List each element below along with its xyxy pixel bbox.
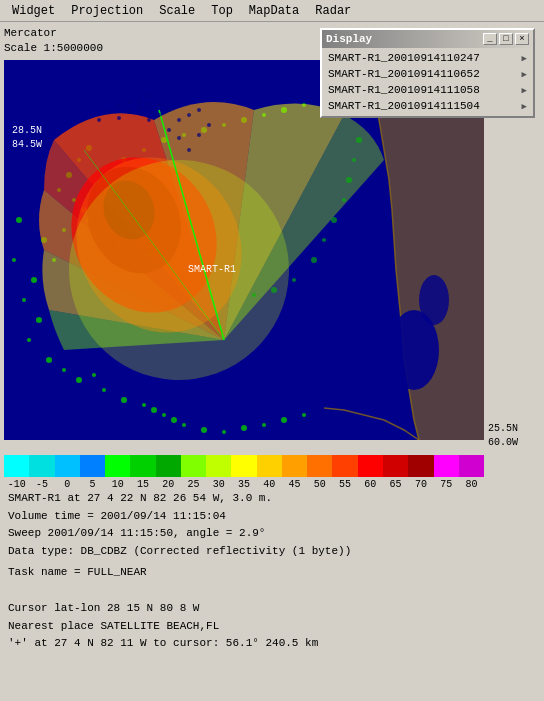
colorbar-label: 10	[105, 479, 130, 490]
svg-point-63	[207, 123, 211, 127]
colorbar-label: 75	[434, 479, 459, 490]
svg-point-75	[127, 110, 131, 114]
svg-point-72	[157, 103, 161, 107]
svg-point-79	[127, 100, 131, 104]
svg-point-25	[222, 430, 226, 434]
color-cell	[206, 455, 231, 477]
colorbar-label: 5	[80, 479, 105, 490]
svg-point-64	[177, 136, 181, 140]
colorbar-label: 35	[231, 479, 256, 490]
color-cell	[4, 455, 29, 477]
svg-point-77	[137, 100, 141, 104]
color-cell	[459, 455, 484, 477]
svg-point-48	[12, 258, 16, 262]
colorbar-labels: -10-505101520253035404550556065707580	[4, 479, 484, 490]
maximize-button[interactable]: □	[499, 33, 513, 45]
colorbar-label: 30	[206, 479, 231, 490]
svg-point-17	[102, 388, 106, 392]
colorbar-label: 45	[282, 479, 307, 490]
svg-point-86	[342, 198, 346, 202]
svg-point-27	[262, 423, 266, 427]
colorbar-label: 55	[332, 479, 357, 490]
svg-point-24	[201, 427, 207, 433]
svg-point-10	[22, 298, 26, 302]
display-panel-titlebar: Display _ □ ×	[322, 30, 533, 48]
colorbar-label: 70	[408, 479, 433, 490]
menu-widget[interactable]: Widget	[4, 2, 63, 20]
svg-point-15	[76, 377, 82, 383]
svg-point-14	[62, 368, 66, 372]
arrow-icon: ▶	[522, 69, 527, 80]
minimize-button[interactable]: _	[483, 33, 497, 45]
svg-point-20	[151, 407, 157, 413]
svg-point-13	[46, 357, 52, 363]
svg-point-74	[137, 106, 141, 110]
color-cell	[408, 455, 433, 477]
color-cell	[307, 455, 332, 477]
data-info: SMART-R1 at 27 4 22 N 82 26 54 W, 3.0 m.…	[8, 490, 351, 560]
cursor-nearest-place: Nearest place SATELLITE BEACH,FL	[8, 618, 318, 636]
colorbar-container: -10-505101520253035404550556065707580	[4, 455, 484, 490]
arrow-icon: ▶	[522, 85, 527, 96]
svg-point-91	[271, 287, 277, 293]
svg-point-73	[147, 103, 151, 107]
menu-top[interactable]: Top	[203, 2, 241, 20]
display-list-item[interactable]: SMART-R1_20010914110247▶	[324, 50, 531, 66]
arrow-icon: ▶	[522, 101, 527, 112]
color-cell	[80, 455, 105, 477]
close-button[interactable]: ×	[515, 33, 529, 45]
svg-point-90	[292, 278, 296, 282]
svg-point-84	[322, 238, 326, 242]
menu-projection[interactable]: Projection	[63, 2, 151, 20]
colorbar-label: 20	[156, 479, 181, 490]
colorbar	[4, 455, 484, 477]
colorbar-label: -10	[4, 479, 29, 490]
svg-point-88	[352, 158, 356, 162]
svg-point-80	[117, 104, 121, 108]
svg-point-67	[187, 113, 191, 117]
color-cell	[130, 455, 155, 477]
coord-topleft: 28.5N 84.5W	[12, 124, 42, 152]
menu-radar[interactable]: Radar	[307, 2, 359, 20]
color-cell	[358, 455, 383, 477]
display-panel-controls: _ □ ×	[483, 33, 529, 45]
svg-point-61	[187, 148, 191, 152]
scale-label: Scale 1:5000000	[4, 41, 103, 56]
svg-point-89	[356, 137, 362, 143]
display-list-item[interactable]: SMART-R1_20010914111058▶	[324, 82, 531, 98]
color-cell	[332, 455, 357, 477]
cursor-info: Cursor lat-lon 28 15 N 80 8 W Nearest pl…	[8, 600, 318, 653]
svg-point-71	[147, 118, 151, 122]
svg-point-16	[92, 373, 96, 377]
color-cell	[282, 455, 307, 477]
svg-point-12	[27, 338, 31, 342]
colorbar-label: 40	[257, 479, 282, 490]
svg-point-81	[107, 110, 111, 114]
map-info: Mercator Scale 1:5000000	[4, 26, 103, 57]
svg-point-21	[162, 413, 166, 417]
colorbar-label: 0	[55, 479, 80, 490]
menu-scale[interactable]: Scale	[151, 2, 203, 20]
colorbar-label: 25	[181, 479, 206, 490]
svg-point-66	[177, 118, 181, 122]
display-list-item[interactable]: SMART-R1_20010914111504▶	[324, 98, 531, 114]
color-cell	[383, 455, 408, 477]
display-list-item[interactable]: SMART-R1_20010914110652▶	[324, 66, 531, 82]
svg-point-83	[311, 257, 317, 263]
svg-point-78	[147, 94, 151, 98]
svg-point-62	[197, 133, 201, 137]
color-cell	[231, 455, 256, 477]
svg-point-26	[241, 425, 247, 431]
svg-point-65	[167, 128, 171, 132]
color-cell	[55, 455, 80, 477]
display-list: SMART-R1_20010914110247▶SMART-R1_2001091…	[322, 48, 533, 116]
cursor-latlon: Cursor lat-lon 28 15 N 80 8 W	[8, 600, 318, 618]
coord-bottomright: 25.5N 60.0W	[488, 422, 518, 450]
menu-mapdata[interactable]: MapData	[241, 2, 307, 20]
svg-point-68	[197, 108, 201, 112]
svg-point-9	[31, 277, 37, 283]
color-cell	[105, 455, 130, 477]
colorbar-label: -5	[29, 479, 54, 490]
data-line3: Sweep 2001/09/14 11:15:50, angle = 2.9°	[8, 525, 351, 543]
svg-point-82	[97, 118, 101, 122]
